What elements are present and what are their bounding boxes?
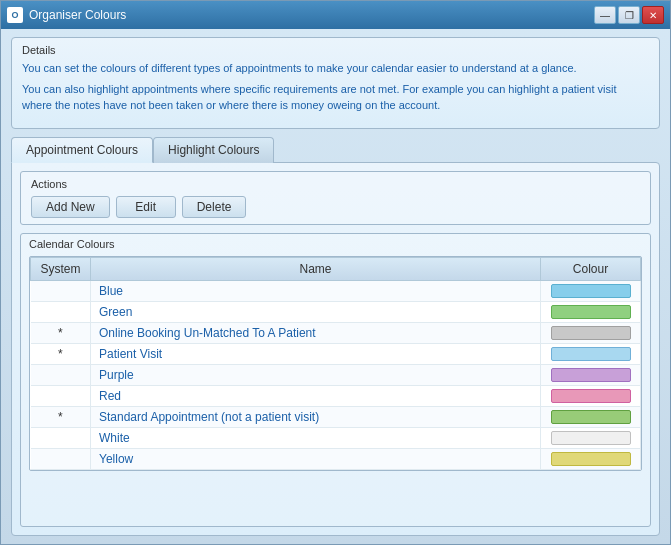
- col-colour: Colour: [541, 257, 641, 280]
- cell-colour: [541, 364, 641, 385]
- action-buttons: Add New Edit Delete: [31, 196, 640, 218]
- cell-system: [31, 280, 91, 301]
- cell-colour: [541, 301, 641, 322]
- details-line1: You can set the colours of different typ…: [22, 60, 649, 77]
- add-new-button[interactable]: Add New: [31, 196, 110, 218]
- table-row[interactable]: Red: [31, 385, 641, 406]
- details-label: Details: [22, 44, 649, 56]
- colour-swatch: [551, 410, 631, 424]
- cell-name: Red: [91, 385, 541, 406]
- cell-system: [31, 448, 91, 469]
- cell-system: *: [31, 343, 91, 364]
- title-bar-left: O Organiser Colours: [7, 7, 126, 23]
- title-bar: O Organiser Colours — ❐ ✕: [1, 1, 670, 29]
- cell-name: Blue: [91, 280, 541, 301]
- colour-swatch: [551, 326, 631, 340]
- cell-system: [31, 385, 91, 406]
- calendar-colours-box: Calendar Colours System Name Colour: [20, 233, 651, 528]
- window-title: Organiser Colours: [29, 8, 126, 22]
- colours-tbody: BlueGreen*Online Booking Un-Matched To A…: [31, 280, 641, 469]
- cell-name: Yellow: [91, 448, 541, 469]
- cell-name: Online Booking Un-Matched To A Patient: [91, 322, 541, 343]
- tab-appointment-colours[interactable]: Appointment Colours: [11, 137, 153, 163]
- details-section: Details You can set the colours of diffe…: [11, 37, 660, 129]
- table-row[interactable]: Yellow: [31, 448, 641, 469]
- minimize-button[interactable]: —: [594, 6, 616, 24]
- cell-system: [31, 301, 91, 322]
- table-row[interactable]: Blue: [31, 280, 641, 301]
- window-body: Details You can set the colours of diffe…: [1, 29, 670, 544]
- window-controls: — ❐ ✕: [594, 6, 664, 24]
- tab-highlight-colours[interactable]: Highlight Colours: [153, 137, 274, 163]
- cell-colour: [541, 343, 641, 364]
- cell-name: Patient Visit: [91, 343, 541, 364]
- cell-system: [31, 427, 91, 448]
- cell-name: Standard Appointment (not a patient visi…: [91, 406, 541, 427]
- cell-name: White: [91, 427, 541, 448]
- colour-swatch: [551, 431, 631, 445]
- details-text: You can set the colours of different typ…: [22, 60, 649, 114]
- details-line2: You can also highlight appointments wher…: [22, 81, 649, 114]
- actions-label: Actions: [31, 178, 640, 190]
- tab-bar: Appointment Colours Highlight Colours: [11, 137, 660, 163]
- table-row[interactable]: Green: [31, 301, 641, 322]
- table-row[interactable]: *Online Booking Un-Matched To A Patient: [31, 322, 641, 343]
- colour-swatch: [551, 305, 631, 319]
- actions-box: Actions Add New Edit Delete: [20, 171, 651, 225]
- close-button[interactable]: ✕: [642, 6, 664, 24]
- main-window: O Organiser Colours — ❐ ✕ Details You ca…: [0, 0, 671, 545]
- table-row[interactable]: *Standard Appointment (not a patient vis…: [31, 406, 641, 427]
- cell-colour: [541, 280, 641, 301]
- app-icon: O: [7, 7, 23, 23]
- cell-system: [31, 364, 91, 385]
- delete-button[interactable]: Delete: [182, 196, 247, 218]
- tabs-area: Appointment Colours Highlight Colours Ac…: [11, 137, 660, 537]
- colour-swatch: [551, 389, 631, 403]
- restore-button[interactable]: ❐: [618, 6, 640, 24]
- cell-system: *: [31, 322, 91, 343]
- cell-name: Purple: [91, 364, 541, 385]
- colours-table: System Name Colour BlueGreen*Online Book…: [30, 257, 641, 470]
- cell-name: Green: [91, 301, 541, 322]
- tab-content: Actions Add New Edit Delete Calendar Col…: [11, 162, 660, 537]
- cell-colour: [541, 406, 641, 427]
- cell-colour: [541, 427, 641, 448]
- edit-button[interactable]: Edit: [116, 196, 176, 218]
- table-header-row: System Name Colour: [31, 257, 641, 280]
- cell-system: *: [31, 406, 91, 427]
- colour-swatch: [551, 368, 631, 382]
- cell-colour: [541, 322, 641, 343]
- cell-colour: [541, 385, 641, 406]
- calendar-colours-label: Calendar Colours: [21, 234, 650, 256]
- colour-swatch: [551, 284, 631, 298]
- colours-table-wrapper: System Name Colour BlueGreen*Online Book…: [29, 256, 642, 471]
- colour-swatch: [551, 452, 631, 466]
- table-row[interactable]: Purple: [31, 364, 641, 385]
- colour-swatch: [551, 347, 631, 361]
- col-name: Name: [91, 257, 541, 280]
- cell-colour: [541, 448, 641, 469]
- table-row[interactable]: *Patient Visit: [31, 343, 641, 364]
- col-system: System: [31, 257, 91, 280]
- table-row[interactable]: White: [31, 427, 641, 448]
